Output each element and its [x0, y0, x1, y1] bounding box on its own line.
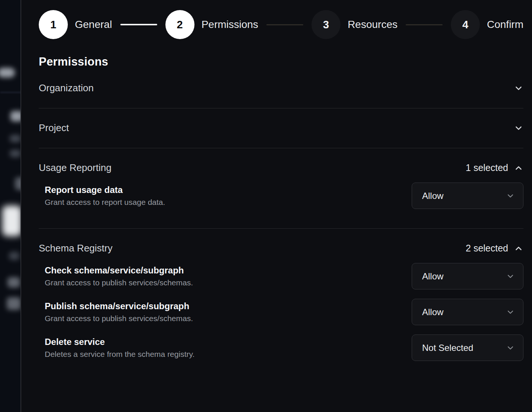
create-token-wizard: 1 General 2 Permissions 3 Resources 4 Co… — [0, 0, 532, 412]
blurred-icon — [15, 177, 20, 190]
selected-count-badge: 2 selected — [466, 243, 508, 254]
permission-name: Report usage data — [45, 185, 400, 195]
chevron-up-icon — [514, 244, 523, 253]
step-general-label: General — [75, 19, 112, 31]
permission-select-check-schema[interactable]: Allow — [412, 263, 523, 289]
page-title: Permissions — [39, 55, 523, 69]
permission-description: Grant access to publish services/schemas… — [45, 278, 400, 287]
permission-row-check-schema: Check schema/service/subgraph Grant acce… — [45, 263, 523, 289]
permission-name: Publish schema/service/subgraph — [45, 301, 400, 311]
step-resources-number: 3 — [311, 10, 341, 39]
blurred-nav-item — [10, 150, 20, 157]
blurred-nav-item — [10, 111, 20, 121]
blurred-nav-item — [9, 252, 19, 260]
chevron-down-icon — [506, 343, 515, 352]
section-organization: Organization — [39, 69, 523, 108]
step-permissions-label: Permissions — [202, 19, 258, 31]
blurred-nav-item — [7, 297, 20, 310]
chevron-down-icon — [514, 123, 523, 133]
select-value: Allow — [422, 271, 443, 282]
permission-name: Delete service — [45, 337, 400, 347]
blurred-logo — [0, 68, 15, 77]
permission-select-delete-service[interactable]: Not Selected — [412, 335, 523, 361]
wizard-panel: 1 General 2 Permissions 3 Resources 4 Co… — [20, 0, 532, 412]
section-title: Organization — [39, 82, 94, 94]
sidebar-backdrop — [0, 0, 20, 412]
permission-description: Grant access to publish services/schemas… — [45, 314, 400, 323]
section-project-toggle[interactable]: Project — [39, 108, 523, 148]
step-resources-label: Resources — [348, 19, 398, 31]
chevron-down-icon — [506, 308, 515, 317]
blurred-divider — [0, 92, 20, 93]
section-title: Usage Reporting — [39, 162, 111, 174]
permission-select-report-usage-data[interactable]: Allow — [412, 183, 523, 209]
section-schema-registry: Schema Registry 2 selected Check schema/… — [39, 229, 523, 380]
blurred-active-button — [2, 206, 20, 236]
permission-row-report-usage-data: Report usage data Grant access to report… — [45, 183, 523, 209]
blurred-nav-item — [7, 277, 20, 288]
step-connector-upcoming — [406, 24, 443, 25]
chevron-down-icon — [506, 272, 515, 281]
permission-description: Deletes a service from the schema regist… — [45, 350, 400, 359]
permission-select-publish-schema[interactable]: Allow — [412, 299, 523, 325]
section-organization-toggle[interactable]: Organization — [39, 69, 523, 108]
chevron-down-icon — [514, 83, 523, 93]
selected-count-badge: 1 selected — [466, 162, 508, 173]
permission-description: Grant access to report usage data. — [45, 198, 400, 207]
step-confirm[interactable]: 4 Confirm — [451, 10, 523, 39]
step-confirm-number: 4 — [451, 10, 480, 39]
permission-name: Check schema/service/subgraph — [45, 265, 400, 276]
step-connector-complete — [120, 24, 157, 25]
step-confirm-label: Confirm — [487, 19, 523, 31]
select-value: Not Selected — [422, 343, 473, 353]
step-permissions-number: 2 — [165, 10, 194, 39]
step-general-number: 1 — [39, 10, 68, 39]
blurred-nav-item — [10, 135, 20, 142]
section-project: Project — [39, 108, 523, 148]
section-usage-reporting-toggle[interactable]: Usage Reporting 1 selected — [39, 148, 523, 179]
permission-sections: Organization Project Usage Rep — [39, 69, 523, 380]
chevron-up-icon — [514, 163, 523, 173]
step-connector-upcoming — [266, 24, 303, 25]
select-value: Allow — [422, 191, 443, 201]
section-title: Schema Registry — [39, 243, 113, 254]
step-general[interactable]: 1 General — [39, 10, 112, 39]
chevron-down-icon — [506, 191, 515, 200]
section-usage-reporting: Usage Reporting 1 selected Report usage … — [39, 148, 523, 229]
wizard-stepper: 1 General 2 Permissions 3 Resources 4 Co… — [39, 10, 523, 39]
permission-row-delete-service: Delete service Deletes a service from th… — [45, 335, 523, 361]
step-resources[interactable]: 3 Resources — [311, 10, 398, 39]
section-title: Project — [39, 122, 69, 134]
section-schema-registry-toggle[interactable]: Schema Registry 2 selected — [39, 229, 523, 259]
step-permissions[interactable]: 2 Permissions — [165, 10, 258, 39]
select-value: Allow — [422, 307, 443, 317]
permission-row-publish-schema: Publish schema/service/subgraph Grant ac… — [45, 299, 523, 325]
